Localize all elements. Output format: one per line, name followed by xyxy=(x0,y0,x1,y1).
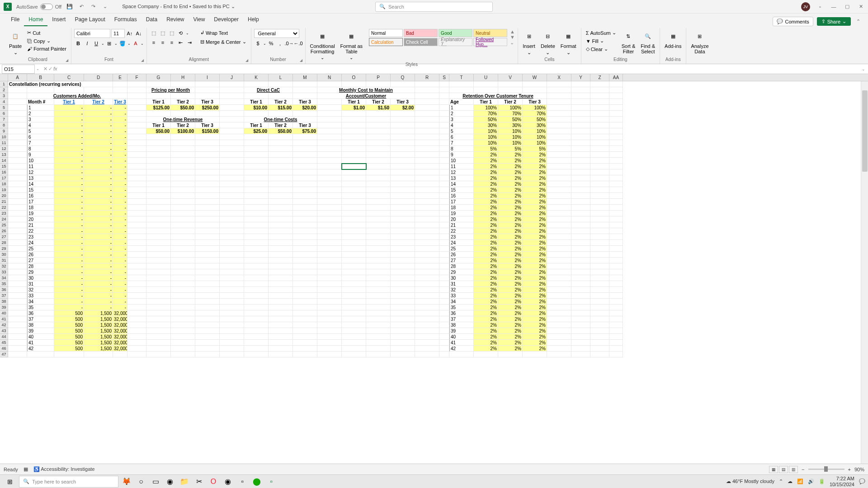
cell[interactable] xyxy=(415,252,439,258)
cell[interactable]: Tier 1 xyxy=(342,99,366,105)
cell[interactable]: Tier 2 xyxy=(171,122,195,128)
cell[interactable]: 20 xyxy=(449,216,474,222)
cell[interactable] xyxy=(439,334,449,340)
cell[interactable] xyxy=(293,316,317,322)
cell[interactable] xyxy=(8,216,27,222)
cell[interactable]: 3 xyxy=(449,117,474,122)
cell[interactable] xyxy=(391,346,415,352)
cell[interactable] xyxy=(269,216,293,222)
row-header[interactable]: 41 xyxy=(0,316,8,322)
cell[interactable]: - xyxy=(84,152,113,158)
cell[interactable] xyxy=(8,146,27,152)
cell[interactable] xyxy=(171,93,195,99)
cell[interactable] xyxy=(366,199,391,205)
ribbon-tab-developer[interactable]: Developer xyxy=(209,14,243,26)
cell[interactable] xyxy=(415,111,439,117)
cell[interactable] xyxy=(415,234,439,240)
search-box[interactable]: 🔍 Search xyxy=(375,2,493,12)
cell[interactable] xyxy=(195,240,220,246)
cell[interactable] xyxy=(171,175,195,181)
cell[interactable] xyxy=(547,334,571,340)
comma-icon[interactable]: , xyxy=(276,39,284,47)
cell[interactable]: 2% xyxy=(498,199,523,205)
cell[interactable] xyxy=(244,164,269,169)
cell[interactable]: 1,500 xyxy=(84,346,113,352)
cell[interactable] xyxy=(439,246,449,252)
font-color-button[interactable]: A xyxy=(132,39,140,47)
cell[interactable] xyxy=(415,240,439,246)
cell[interactable] xyxy=(127,140,146,146)
row-header[interactable]: 10 xyxy=(0,134,8,140)
cell[interactable] xyxy=(547,352,571,357)
cell[interactable] xyxy=(127,146,146,152)
cell[interactable] xyxy=(571,175,590,181)
comments-button[interactable]: 💬 Comments xyxy=(773,17,813,26)
row-header[interactable]: 17 xyxy=(0,175,8,181)
cell[interactable]: - xyxy=(84,164,113,169)
cell[interactable] xyxy=(220,111,244,117)
cell[interactable]: - xyxy=(84,240,113,246)
cell[interactable] xyxy=(590,287,609,293)
cell[interactable] xyxy=(244,293,269,299)
cell[interactable]: 10% xyxy=(523,134,547,140)
cell[interactable]: $250.00 xyxy=(195,105,220,111)
column-header[interactable]: V xyxy=(498,74,523,81)
cell[interactable] xyxy=(366,169,391,175)
cell[interactable]: - xyxy=(84,228,113,234)
cell[interactable] xyxy=(317,305,342,310)
cell[interactable] xyxy=(590,211,609,216)
cell[interactable] xyxy=(415,316,439,322)
cell[interactable]: 50% xyxy=(498,117,523,122)
row-header[interactable]: 7 xyxy=(0,117,8,122)
cell[interactable] xyxy=(293,275,317,281)
align-bottom-icon[interactable]: ⬚ xyxy=(168,29,176,37)
cell[interactable] xyxy=(127,99,146,105)
cell[interactable] xyxy=(571,152,590,158)
cell[interactable] xyxy=(590,99,609,105)
cell[interactable]: 2% xyxy=(474,258,498,263)
cell[interactable] xyxy=(195,187,220,193)
column-header[interactable]: Y xyxy=(571,74,590,81)
cell[interactable] xyxy=(391,205,415,211)
cell[interactable] xyxy=(171,252,195,258)
row-header[interactable]: 45 xyxy=(0,340,8,346)
cell[interactable] xyxy=(571,246,590,252)
cell[interactable] xyxy=(195,346,220,352)
cell[interactable] xyxy=(269,152,293,158)
cell[interactable] xyxy=(547,181,571,187)
cell[interactable]: 2% xyxy=(498,240,523,246)
cell[interactable] xyxy=(609,158,623,164)
cell[interactable]: 5% xyxy=(498,146,523,152)
cell[interactable] xyxy=(8,187,27,193)
cell[interactable]: 2% xyxy=(523,234,547,240)
cell[interactable]: 1 xyxy=(449,105,474,111)
cell[interactable] xyxy=(391,340,415,346)
cell[interactable] xyxy=(342,287,366,293)
ribbon-tab-insert[interactable]: Insert xyxy=(47,14,70,26)
row-header[interactable]: 27 xyxy=(0,234,8,240)
cell[interactable]: - xyxy=(84,105,113,111)
cell[interactable]: 25 xyxy=(27,246,54,252)
cell[interactable] xyxy=(171,340,195,346)
cell[interactable] xyxy=(127,205,146,211)
autosum-button[interactable]: ΣAutoSum ⌄ xyxy=(584,29,618,37)
cell[interactable] xyxy=(391,146,415,152)
column-header[interactable]: P xyxy=(366,74,391,81)
row-header[interactable]: 4 xyxy=(0,99,8,105)
cell[interactable]: 1,500 xyxy=(84,328,113,334)
cell[interactable] xyxy=(547,93,571,99)
document-title[interactable]: Space Company - End to End • Saved to th… xyxy=(122,4,235,9)
cell[interactable] xyxy=(195,352,220,357)
cell[interactable]: 2% xyxy=(474,222,498,228)
cell[interactable] xyxy=(609,275,623,281)
cell[interactable] xyxy=(391,222,415,228)
cell[interactable] xyxy=(439,175,449,181)
cell[interactable] xyxy=(342,175,366,181)
cell[interactable] xyxy=(547,187,571,193)
cell[interactable] xyxy=(293,258,317,263)
cell[interactable] xyxy=(366,222,391,228)
cell[interactable] xyxy=(391,234,415,240)
cell[interactable] xyxy=(171,181,195,187)
cell[interactable] xyxy=(439,240,449,246)
cell[interactable] xyxy=(269,305,293,310)
